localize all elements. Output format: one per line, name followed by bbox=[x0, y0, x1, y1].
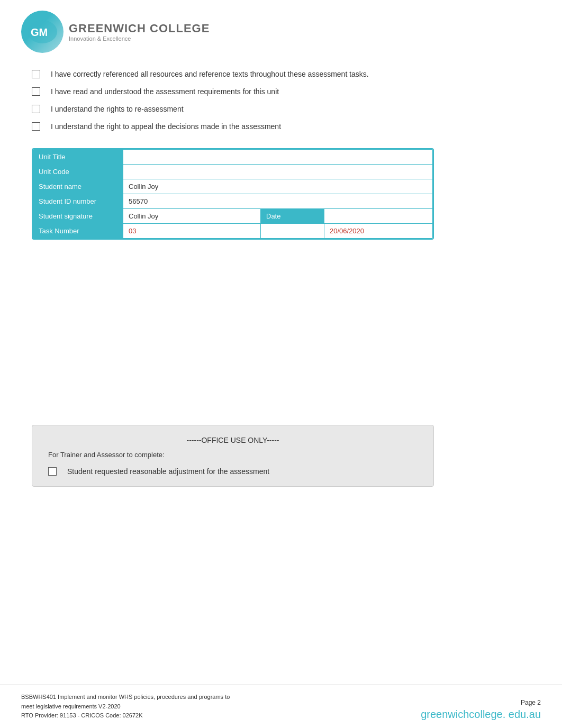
student-signature-value: Collin Joy bbox=[123, 209, 261, 224]
logo-icon: GM bbox=[21, 11, 64, 53]
footer-line3: RTO Provider: 91153 - CRICOS Code: 02672… bbox=[21, 711, 230, 721]
checkbox-4[interactable] bbox=[32, 122, 40, 131]
footer-right: Page 2 greenwichcollege. edu.au bbox=[421, 699, 541, 721]
college-name: GREENWICH COLLEGE bbox=[69, 22, 210, 35]
student-signature-label: Student signature bbox=[33, 209, 123, 224]
date-label: Date bbox=[261, 209, 324, 224]
date-value bbox=[324, 209, 433, 224]
checkbox-item-1: I have correctly referenced all resource… bbox=[32, 69, 530, 80]
date-actual-value: 20/06/2020 bbox=[324, 224, 433, 239]
main-content: I have correctly referenced all resource… bbox=[0, 58, 562, 508]
student-info-table: Unit Title Unit Code Student name Collin… bbox=[32, 148, 434, 240]
unit-code-row: Unit Code bbox=[33, 165, 433, 179]
page-header: GM GREENWICH COLLEGE Innovation & Excell… bbox=[0, 0, 562, 58]
student-signature-row: Student signature Collin Joy Date bbox=[33, 209, 433, 224]
office-checkbox[interactable] bbox=[48, 467, 57, 476]
date-placeholder bbox=[261, 224, 324, 239]
student-name-row: Student name Collin Joy bbox=[33, 179, 433, 194]
footer-left: BSBWHS401 Implement and monitor WHS poli… bbox=[21, 693, 230, 721]
checkbox-text-3: I understand the rights to re-assessment bbox=[51, 104, 530, 115]
checkbox-item-2: I have read and understood the assessmen… bbox=[32, 86, 530, 97]
footer-line2: meet legislative requirements V2-2020 bbox=[21, 702, 230, 712]
footer-line1: BSBWHS401 Implement and monitor WHS poli… bbox=[21, 693, 230, 702]
student-id-value: 56570 bbox=[123, 194, 433, 209]
office-title: ------OFFICE USE ONLY----- bbox=[48, 436, 418, 444]
declarations-list: I have correctly referenced all resource… bbox=[32, 69, 530, 132]
unit-code-label: Unit Code bbox=[33, 165, 123, 179]
office-use-section: ------OFFICE USE ONLY----- For Trainer a… bbox=[32, 425, 434, 487]
checkbox-text-1: I have correctly referenced all resource… bbox=[51, 69, 530, 80]
page-number: Page 2 bbox=[421, 699, 541, 706]
student-name-label: Student name bbox=[33, 179, 123, 194]
unit-title-label: Unit Title bbox=[33, 150, 123, 165]
checkbox-text-4: I understand the right to appeal the dec… bbox=[51, 121, 530, 132]
office-checkbox-text: Student requested reasonable adjustment … bbox=[67, 467, 269, 476]
unit-title-value bbox=[123, 150, 433, 165]
unit-title-row: Unit Title bbox=[33, 150, 433, 165]
info-table: Unit Title Unit Code Student name Collin… bbox=[33, 149, 433, 239]
student-id-row: Student ID number 56570 bbox=[33, 194, 433, 209]
brand-domain: edu.au bbox=[509, 708, 541, 720]
college-tagline: Innovation & Excellence bbox=[69, 35, 210, 42]
logo-text: GREENWICH COLLEGE Innovation & Excellenc… bbox=[69, 22, 210, 42]
task-number-label: Task Number bbox=[33, 224, 123, 239]
task-number-row: Task Number 03 20/06/2020 bbox=[33, 224, 433, 239]
student-id-label: Student ID number bbox=[33, 194, 123, 209]
footer-brand: greenwichcollege. edu.au bbox=[421, 708, 541, 721]
office-subtitle: For Trainer and Assessor to complete: bbox=[48, 451, 418, 459]
content-spacer bbox=[32, 256, 530, 425]
checkbox-item-3: I understand the rights to re-assessment bbox=[32, 104, 530, 115]
task-number-value: 03 bbox=[123, 224, 261, 239]
checkbox-1[interactable] bbox=[32, 70, 40, 78]
office-checkbox-item: Student requested reasonable adjustment … bbox=[48, 467, 418, 476]
logo-area: GM GREENWICH COLLEGE Innovation & Excell… bbox=[21, 11, 541, 53]
brand-college: greenwichcollege. bbox=[421, 708, 505, 720]
checkbox-text-2: I have read and understood the assessmen… bbox=[51, 86, 530, 97]
checkbox-3[interactable] bbox=[32, 105, 40, 113]
checkbox-item-4: I understand the right to appeal the dec… bbox=[32, 121, 530, 132]
checkbox-2[interactable] bbox=[32, 87, 40, 96]
unit-code-value bbox=[123, 165, 433, 179]
page-footer: BSBWHS401 Implement and monitor WHS poli… bbox=[0, 685, 562, 728]
svg-text:GM: GM bbox=[31, 26, 48, 38]
student-name-value: Collin Joy bbox=[123, 179, 433, 194]
